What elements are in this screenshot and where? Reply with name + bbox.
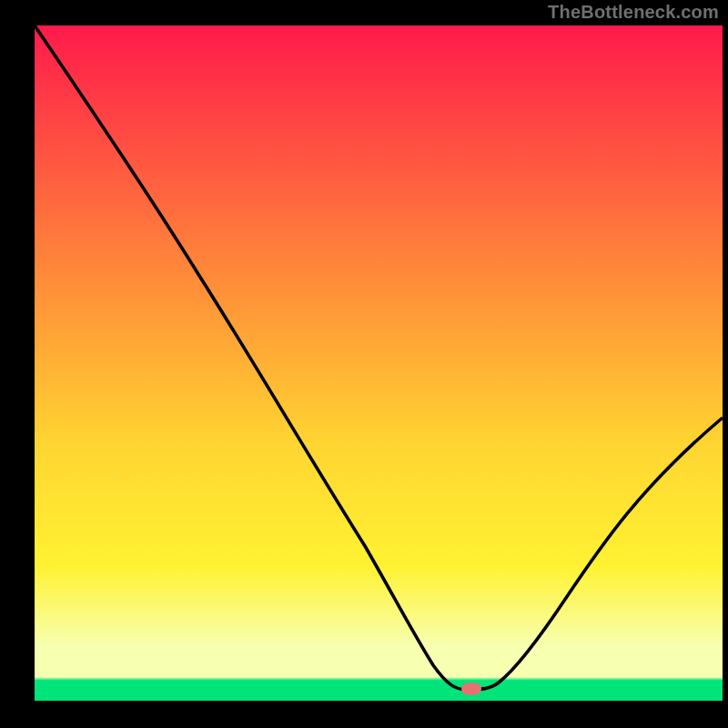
bottleneck-curve bbox=[35, 25, 723, 701]
optimal-marker bbox=[461, 683, 481, 695]
chart-frame: TheBottleneck.com bbox=[0, 0, 728, 728]
curve-path bbox=[35, 25, 723, 690]
watermark-text: TheBottleneck.com bbox=[548, 2, 719, 23]
plot-area bbox=[35, 25, 723, 701]
